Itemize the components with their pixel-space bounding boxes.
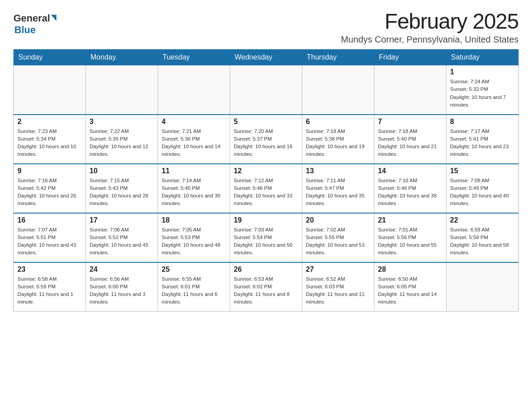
calendar-cell: 7Sunrise: 7:18 AM Sunset: 5:40 PM Daylig…: [374, 115, 446, 164]
weekday-header-thursday: Thursday: [302, 50, 374, 65]
logo: General Blue: [13, 13, 56, 36]
day-info: Sunrise: 7:15 AM Sunset: 5:43 PM Dayligh…: [90, 177, 154, 208]
weekday-header-friday: Friday: [374, 50, 446, 65]
day-info: Sunrise: 7:07 AM Sunset: 5:51 PM Dayligh…: [17, 226, 82, 257]
calendar-cell: 17Sunrise: 7:06 AM Sunset: 5:52 PM Dayli…: [86, 213, 158, 262]
day-info: Sunrise: 6:59 AM Sunset: 5:58 PM Dayligh…: [450, 226, 515, 257]
location-title: Mundys Corner, Pennsylvania, United Stat…: [341, 34, 519, 45]
month-title: February 2025: [341, 9, 519, 34]
calendar-cell: 11Sunrise: 7:14 AM Sunset: 5:45 PM Dayli…: [158, 164, 230, 213]
day-info: Sunrise: 7:24 AM Sunset: 5:32 PM Dayligh…: [450, 78, 515, 109]
calendar-cell: 14Sunrise: 7:10 AM Sunset: 5:48 PM Dayli…: [374, 164, 446, 213]
day-number: 18: [162, 216, 226, 224]
calendar-cell: 28Sunrise: 6:50 AM Sunset: 6:05 PM Dayli…: [374, 262, 446, 312]
calendar-cell: 1Sunrise: 7:24 AM Sunset: 5:32 PM Daylig…: [446, 65, 519, 115]
day-info: Sunrise: 7:05 AM Sunset: 5:53 PM Dayligh…: [162, 226, 226, 257]
day-info: Sunrise: 7:22 AM Sunset: 5:35 PM Dayligh…: [90, 128, 154, 158]
calendar-cell: 10Sunrise: 7:15 AM Sunset: 5:43 PM Dayli…: [86, 164, 158, 213]
calendar-cell: 18Sunrise: 7:05 AM Sunset: 5:53 PM Dayli…: [158, 213, 230, 262]
day-info: Sunrise: 6:58 AM Sunset: 5:59 PM Dayligh…: [17, 275, 82, 306]
day-info: Sunrise: 7:14 AM Sunset: 5:45 PM Dayligh…: [162, 177, 226, 208]
day-number: 21: [378, 216, 442, 224]
weekday-header-saturday: Saturday: [446, 50, 519, 65]
logo-blue-text: Blue: [14, 24, 36, 35]
calendar-cell: 21Sunrise: 7:01 AM Sunset: 5:56 PM Dayli…: [374, 213, 446, 262]
day-info: Sunrise: 7:21 AM Sunset: 5:36 PM Dayligh…: [162, 128, 226, 158]
day-number: 24: [90, 265, 154, 274]
calendar-cell: 4Sunrise: 7:21 AM Sunset: 5:36 PM Daylig…: [158, 115, 230, 164]
day-info: Sunrise: 7:02 AM Sunset: 5:55 PM Dayligh…: [306, 226, 370, 257]
logo-general-text: General: [13, 13, 50, 24]
day-number: 12: [234, 167, 298, 175]
weekday-header-sunday: Sunday: [14, 50, 86, 65]
day-number: 17: [90, 216, 154, 224]
calendar-cell: 19Sunrise: 7:03 AM Sunset: 5:54 PM Dayli…: [230, 213, 302, 262]
day-number: 11: [162, 167, 226, 175]
calendar-week-row: 16Sunrise: 7:07 AM Sunset: 5:51 PM Dayli…: [14, 213, 519, 262]
day-number: 7: [378, 118, 442, 126]
calendar-cell: 25Sunrise: 6:55 AM Sunset: 6:01 PM Dayli…: [158, 262, 230, 312]
day-info: Sunrise: 6:53 AM Sunset: 6:02 PM Dayligh…: [234, 275, 298, 306]
day-info: Sunrise: 7:12 AM Sunset: 5:46 PM Dayligh…: [234, 177, 298, 208]
calendar-cell: 5Sunrise: 7:20 AM Sunset: 5:37 PM Daylig…: [230, 115, 302, 164]
weekday-header-monday: Monday: [86, 50, 158, 65]
calendar-cell: 6Sunrise: 7:19 AM Sunset: 5:38 PM Daylig…: [302, 115, 374, 164]
calendar-cell: 23Sunrise: 6:58 AM Sunset: 5:59 PM Dayli…: [14, 262, 86, 312]
day-number: 1: [450, 68, 515, 76]
calendar-week-row: 9Sunrise: 7:16 AM Sunset: 5:42 PM Daylig…: [14, 164, 519, 213]
day-number: 26: [234, 265, 298, 274]
day-number: 14: [378, 167, 442, 175]
calendar-header-row: SundayMondayTuesdayWednesdayThursdayFrid…: [14, 50, 519, 65]
day-info: Sunrise: 7:10 AM Sunset: 5:48 PM Dayligh…: [378, 177, 442, 208]
day-info: Sunrise: 7:17 AM Sunset: 5:41 PM Dayligh…: [450, 128, 515, 158]
calendar-cell: 8Sunrise: 7:17 AM Sunset: 5:41 PM Daylig…: [446, 115, 519, 164]
calendar-cell: [374, 65, 446, 115]
day-info: Sunrise: 7:20 AM Sunset: 5:37 PM Dayligh…: [234, 128, 298, 158]
calendar-cell: 27Sunrise: 6:52 AM Sunset: 6:03 PM Dayli…: [302, 262, 374, 312]
day-number: 22: [450, 216, 515, 224]
day-number: 25: [162, 265, 226, 274]
calendar-cell: [86, 65, 158, 115]
day-number: 15: [450, 167, 515, 175]
day-number: 19: [234, 216, 298, 224]
day-number: 6: [306, 118, 370, 126]
calendar-cell: 20Sunrise: 7:02 AM Sunset: 5:55 PM Dayli…: [302, 213, 374, 262]
calendar-cell: [302, 65, 374, 115]
day-number: 3: [90, 118, 154, 126]
day-info: Sunrise: 7:16 AM Sunset: 5:42 PM Dayligh…: [17, 177, 82, 208]
weekday-header-wednesday: Wednesday: [230, 50, 302, 65]
day-info: Sunrise: 7:11 AM Sunset: 5:47 PM Dayligh…: [306, 177, 370, 208]
day-info: Sunrise: 7:01 AM Sunset: 5:56 PM Dayligh…: [378, 226, 442, 257]
calendar-week-row: 1Sunrise: 7:24 AM Sunset: 5:32 PM Daylig…: [14, 65, 519, 115]
day-number: 4: [162, 118, 226, 126]
calendar-cell: 16Sunrise: 7:07 AM Sunset: 5:51 PM Dayli…: [14, 213, 86, 262]
day-info: Sunrise: 7:09 AM Sunset: 5:49 PM Dayligh…: [450, 177, 515, 208]
day-info: Sunrise: 7:19 AM Sunset: 5:38 PM Dayligh…: [306, 128, 370, 158]
calendar-cell: [446, 262, 519, 312]
calendar-cell: 9Sunrise: 7:16 AM Sunset: 5:42 PM Daylig…: [14, 164, 86, 213]
day-info: Sunrise: 7:23 AM Sunset: 5:34 PM Dayligh…: [17, 128, 82, 158]
calendar-cell: 2Sunrise: 7:23 AM Sunset: 5:34 PM Daylig…: [14, 115, 86, 164]
day-number: 2: [17, 118, 82, 126]
day-info: Sunrise: 7:06 AM Sunset: 5:52 PM Dayligh…: [90, 226, 154, 257]
day-number: 13: [306, 167, 370, 175]
calendar-cell: [230, 65, 302, 115]
day-number: 5: [234, 118, 298, 126]
calendar-cell: 12Sunrise: 7:12 AM Sunset: 5:46 PM Dayli…: [230, 164, 302, 213]
calendar-cell: [158, 65, 230, 115]
day-info: Sunrise: 6:52 AM Sunset: 6:03 PM Dayligh…: [306, 275, 370, 306]
day-number: 28: [378, 265, 442, 274]
calendar-cell: 22Sunrise: 6:59 AM Sunset: 5:58 PM Dayli…: [446, 213, 519, 262]
day-number: 10: [90, 167, 154, 175]
day-number: 20: [306, 216, 370, 224]
day-number: 16: [17, 216, 82, 224]
day-info: Sunrise: 6:55 AM Sunset: 6:01 PM Dayligh…: [162, 275, 226, 306]
calendar-week-row: 23Sunrise: 6:58 AM Sunset: 5:59 PM Dayli…: [14, 262, 519, 312]
logo-arrow-icon: [51, 15, 56, 21]
page-header: General Blue February 2025 Mundys Corner…: [13, 9, 519, 45]
calendar-cell: [14, 65, 86, 115]
calendar-week-row: 2Sunrise: 7:23 AM Sunset: 5:34 PM Daylig…: [14, 115, 519, 164]
day-number: 8: [450, 118, 515, 126]
title-section: February 2025 Mundys Corner, Pennsylvani…: [341, 9, 519, 45]
day-number: 27: [306, 265, 370, 274]
